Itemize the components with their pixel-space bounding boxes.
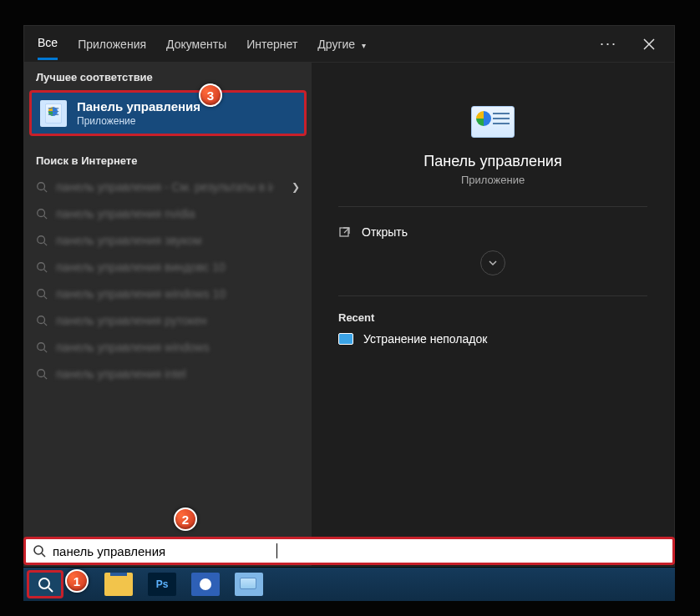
chevron-right-icon: ❯	[292, 181, 300, 193]
web-result-text: панель управления nvidia	[56, 207, 195, 220]
svg-rect-8	[340, 228, 348, 236]
best-match-item[interactable]: Панель управления Приложение	[29, 90, 307, 136]
search-icon	[36, 368, 48, 380]
text-cursor	[276, 543, 277, 558]
taskbar-search-button[interactable]	[27, 570, 63, 598]
web-result-text: панель управления - См. результаты в Инт…	[56, 180, 273, 194]
web-result-text: панель управления windows 10	[56, 287, 226, 300]
expand-actions-button[interactable]	[480, 250, 505, 275]
svg-point-1	[38, 210, 45, 217]
best-match-header: Лучшее соответствие	[24, 63, 312, 90]
search-icon	[33, 544, 46, 558]
svg-point-3	[38, 263, 45, 270]
more-options-button[interactable]: ···	[600, 35, 617, 53]
search-icon	[36, 261, 48, 273]
svg-point-2	[38, 236, 45, 244]
taskbar-photoshop[interactable]: Ps	[144, 570, 180, 598]
taskbar-file-explorer[interactable]	[100, 570, 137, 598]
taskbar: Ps	[23, 568, 675, 601]
annotation-badge-1: 1	[65, 569, 89, 593]
svg-point-4	[38, 290, 45, 297]
annotation-badge-3: 3	[199, 83, 222, 107]
svg-point-0	[38, 183, 45, 190]
web-results-header: Поиск в Интернете	[24, 146, 312, 174]
taskbar-photo-viewer[interactable]	[231, 570, 267, 598]
annotation-badge-2: 2	[174, 507, 197, 531]
detail-title: Панель управления	[424, 153, 561, 170]
search-icon	[36, 315, 48, 326]
detail-subtitle: Приложение	[461, 174, 525, 186]
tab-internet[interactable]: Интернет	[246, 29, 297, 59]
recent-item-icon	[338, 333, 353, 345]
divider	[338, 206, 647, 207]
search-icon	[36, 181, 48, 193]
search-bar[interactable]	[23, 537, 675, 565]
close-icon	[643, 38, 655, 50]
tab-other-label: Другие	[317, 38, 355, 51]
search-icon	[36, 208, 48, 220]
recent-item-label: Устранение неполадок	[363, 332, 487, 346]
tab-all[interactable]: Все	[38, 28, 58, 60]
search-input[interactable]	[53, 544, 270, 558]
control-panel-icon	[40, 100, 67, 127]
search-icon	[36, 235, 48, 246]
web-result-item[interactable]: панель управления windows 10	[24, 280, 312, 307]
best-match-subtitle: Приложение	[77, 115, 200, 127]
search-icon	[37, 576, 53, 593]
chevron-down-icon	[488, 258, 498, 268]
web-result-item[interactable]: панель управления windows	[24, 334, 312, 361]
close-button[interactable]	[637, 33, 661, 56]
web-result-text: панель управления рутокен	[56, 314, 207, 327]
web-result-item[interactable]: панель управления nvidia	[24, 200, 312, 227]
web-result-item[interactable]: панель управления звуком	[24, 227, 312, 254]
search-icon	[36, 288, 48, 300]
taskbar-app-generic[interactable]	[187, 570, 224, 598]
open-action[interactable]: Открыть	[338, 222, 647, 242]
best-match-title: Панель управления	[77, 99, 200, 114]
web-result-item[interactable]: панель управления виндовс 10	[24, 254, 312, 280]
web-result-text: панель управления windows	[56, 341, 210, 354]
search-tabs: Все Приложения Документы Интернет Другие…	[24, 26, 674, 63]
svg-point-9	[34, 546, 43, 554]
svg-point-10	[39, 578, 49, 588]
web-result-item[interactable]: панель управления - См. результаты в Инт…	[24, 174, 312, 200]
recent-item[interactable]: Устранение неполадок	[338, 332, 647, 346]
search-icon	[36, 341, 48, 353]
tab-apps[interactable]: Приложения	[78, 29, 146, 59]
tab-other[interactable]: Другие ▾	[317, 29, 366, 59]
web-result-item[interactable]: панель управления intel	[24, 361, 312, 387]
web-result-item[interactable]: панель управления рутокен	[24, 307, 312, 334]
divider	[338, 295, 647, 296]
web-result-text: панель управления звуком	[56, 234, 201, 247]
svg-point-5	[38, 316, 45, 324]
web-result-text: панель управления intel	[56, 367, 186, 381]
open-icon	[338, 225, 352, 239]
caret-down-icon: ▾	[362, 41, 366, 50]
svg-point-6	[38, 343, 45, 351]
tab-documents[interactable]: Документы	[166, 29, 226, 59]
recent-header: Recent	[338, 311, 647, 324]
detail-pane: Панель управления Приложение Открыть Rec…	[312, 63, 674, 566]
control-panel-large-icon	[471, 106, 515, 138]
svg-point-7	[38, 370, 45, 377]
open-label: Открыть	[362, 225, 408, 239]
web-result-text: панель управления виндовс 10	[56, 260, 226, 274]
results-pane: Лучшее соответствие Панель управления Пр…	[24, 63, 312, 566]
